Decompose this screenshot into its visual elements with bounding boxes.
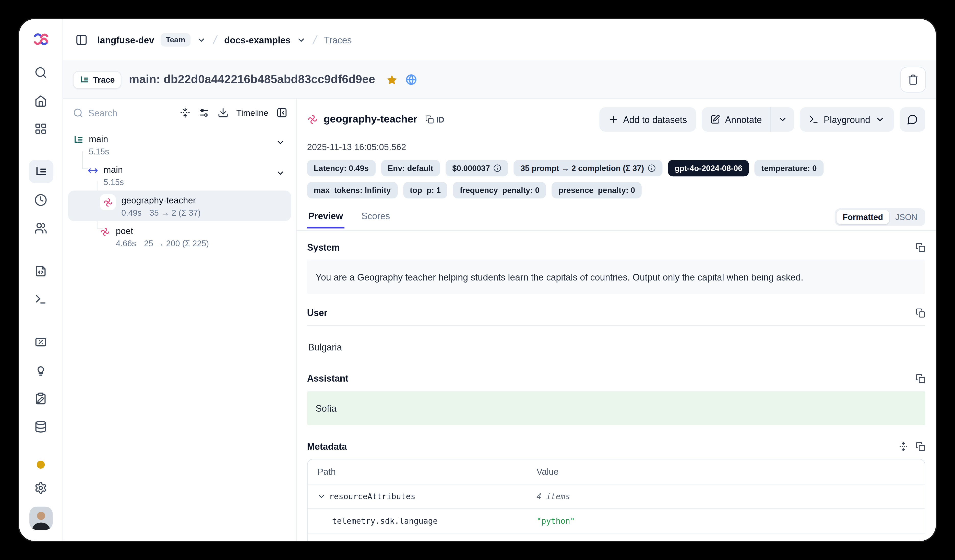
sidebar-item-datasets[interactable] bbox=[28, 415, 53, 438]
sidebar-item-prompts[interactable] bbox=[28, 259, 53, 282]
token-usage-badge[interactable]: 35 prompt → 2 completion (Σ 37) bbox=[514, 160, 662, 176]
copy-icon[interactable] bbox=[916, 374, 925, 383]
star-icon[interactable] bbox=[386, 74, 398, 86]
project-name[interactable]: langfuse-dev bbox=[97, 35, 154, 45]
app-window: langfuse-dev Team / docs-examples / Trac… bbox=[19, 19, 936, 541]
delete-trace-button[interactable] bbox=[900, 67, 926, 93]
sidebar-item-evaluators[interactable] bbox=[28, 330, 53, 354]
terminal-icon bbox=[34, 293, 47, 305]
tree-search-input[interactable]: Search bbox=[73, 108, 171, 118]
collapse-panel-button[interactable] bbox=[276, 107, 287, 118]
playground-button[interactable]: Playground bbox=[800, 107, 894, 132]
sidebar-item-search[interactable] bbox=[28, 61, 53, 84]
chevron-down-icon[interactable] bbox=[297, 35, 306, 44]
sidebar-item-tracing[interactable] bbox=[28, 160, 53, 183]
status-dot bbox=[37, 461, 45, 469]
copy-id-button[interactable]: ID bbox=[426, 115, 444, 124]
langfuse-logo-icon bbox=[33, 33, 49, 48]
copy-icon[interactable] bbox=[916, 441, 925, 451]
download-button[interactable] bbox=[217, 107, 228, 118]
table-row[interactable]: resourceAttributes 4 items bbox=[308, 485, 925, 509]
trace-tree-icon bbox=[73, 135, 83, 145]
generation-icon-box bbox=[100, 194, 116, 210]
detail-tabs: Preview Scores Formatted JSON bbox=[307, 208, 925, 231]
badge-row-1: Latency: 0.49s Env: default $0.000037 35… bbox=[307, 160, 925, 176]
database-icon bbox=[34, 420, 47, 433]
metadata-section-header: Metadata bbox=[307, 441, 925, 459]
tree-item-generation-poet[interactable]: poet 4.66s25 → 200 (Σ 225) bbox=[68, 221, 291, 252]
sidebar-item-dashboards[interactable] bbox=[28, 117, 53, 140]
latency-badge: Latency: 0.49s bbox=[307, 160, 375, 176]
search-icon bbox=[73, 108, 83, 118]
copy-icon[interactable] bbox=[916, 308, 925, 318]
sidebar-item-annotation[interactable] bbox=[28, 386, 53, 410]
download-icon bbox=[217, 107, 228, 118]
frequency-penalty-badge: frequency_penalty: 0 bbox=[453, 182, 546, 199]
tree-item-span-main[interactable]: main 5.15s bbox=[68, 160, 291, 191]
cost-badge[interactable]: $0.000037 bbox=[446, 160, 509, 176]
file-code-icon bbox=[34, 264, 47, 277]
sidebar-item-users[interactable] bbox=[28, 216, 53, 239]
fold-vertical-icon bbox=[179, 107, 190, 118]
section-title: User bbox=[307, 308, 327, 318]
sidebar-item-playground[interactable] bbox=[28, 288, 53, 311]
presence-penalty-badge: presence_penalty: 0 bbox=[552, 182, 642, 199]
sidebar-item-home[interactable] bbox=[28, 89, 53, 112]
assistant-section-header: Assistant bbox=[307, 373, 925, 391]
environment-name[interactable]: docs-examples bbox=[224, 35, 291, 45]
table-row[interactable]: telemetry.sdk.language "python" bbox=[308, 509, 925, 533]
trace-title: main: db22d0a442216b485abd83cc9df6d9ee bbox=[129, 73, 375, 86]
info-icon bbox=[493, 164, 501, 172]
trace-header-bar: Trace main: db22d0a442216b485abd83cc9df6… bbox=[63, 61, 936, 99]
format-toggle: Formatted JSON bbox=[835, 208, 925, 226]
copy-icon[interactable] bbox=[916, 242, 925, 252]
sidebar-toggle-button[interactable] bbox=[75, 34, 88, 46]
detail-scroll-area[interactable]: System You are a Geography teacher helpi… bbox=[297, 242, 936, 541]
chevron-down-icon[interactable] bbox=[197, 35, 206, 44]
section-title: Assistant bbox=[307, 373, 348, 384]
user-avatar[interactable] bbox=[29, 507, 52, 530]
tree-settings-button[interactable] bbox=[199, 107, 210, 118]
breadcrumb-separator: / bbox=[211, 33, 219, 47]
sidebar-item-judge[interactable] bbox=[28, 358, 53, 382]
metadata-table: Path Value resourceAttributes 4 items te… bbox=[307, 459, 925, 541]
tab-preview[interactable]: Preview bbox=[307, 211, 344, 229]
comments-button[interactable] bbox=[900, 107, 925, 132]
chevron-down-icon[interactable] bbox=[276, 138, 285, 150]
observation-timestamp: 2025-11-13 16:05:05.562 bbox=[307, 142, 925, 152]
chevron-down-icon[interactable] bbox=[276, 169, 285, 180]
timeline-toggle[interactable]: Timeline bbox=[236, 108, 268, 117]
user-message: Bulgaria bbox=[307, 326, 925, 369]
breadcrumb-page[interactable]: Traces bbox=[324, 35, 352, 45]
trace-type-chip: Trace bbox=[73, 71, 122, 89]
tree-item-generation-geography-teacher[interactable]: geography-teacher 0.49s35 → 2 (Σ 37) bbox=[68, 191, 291, 221]
tab-scores[interactable]: Scores bbox=[360, 211, 391, 229]
search-placeholder: Search bbox=[88, 108, 117, 118]
trash-icon bbox=[908, 74, 919, 85]
collapse-all-button[interactable] bbox=[179, 107, 190, 118]
sidebar-item-sessions[interactable] bbox=[28, 188, 53, 211]
lightbulb-icon bbox=[34, 363, 47, 376]
globe-icon[interactable] bbox=[405, 74, 418, 86]
chevron-down-icon bbox=[875, 114, 885, 124]
score-card-icon bbox=[34, 335, 47, 348]
annotate-button[interactable]: Annotate bbox=[702, 107, 770, 132]
unfold-vertical-icon[interactable] bbox=[898, 441, 908, 451]
add-to-datasets-button[interactable]: Add to datasets bbox=[599, 107, 696, 132]
format-json[interactable]: JSON bbox=[889, 210, 923, 224]
panel-left-close-icon bbox=[276, 107, 287, 118]
sidebar-item-settings[interactable] bbox=[28, 476, 53, 499]
tabs-divider bbox=[297, 230, 936, 231]
format-formatted[interactable]: Formatted bbox=[836, 210, 889, 224]
message-bubble-icon bbox=[907, 114, 918, 125]
annotate-dropdown-button[interactable] bbox=[770, 107, 794, 132]
clipboard-pen-icon bbox=[34, 392, 47, 405]
tree-item-trace-main[interactable]: main 5.15s bbox=[68, 129, 291, 160]
sidebar-rail bbox=[19, 19, 63, 541]
table-row[interactable]: telemetry.sdk.name "opentelemetry" bbox=[308, 533, 925, 541]
generation-icon bbox=[307, 114, 318, 125]
model-badge[interactable]: gpt-4o-2024-08-06 bbox=[668, 160, 749, 176]
users-icon bbox=[34, 222, 47, 234]
span-icon bbox=[88, 166, 98, 176]
plus-icon bbox=[609, 114, 618, 124]
